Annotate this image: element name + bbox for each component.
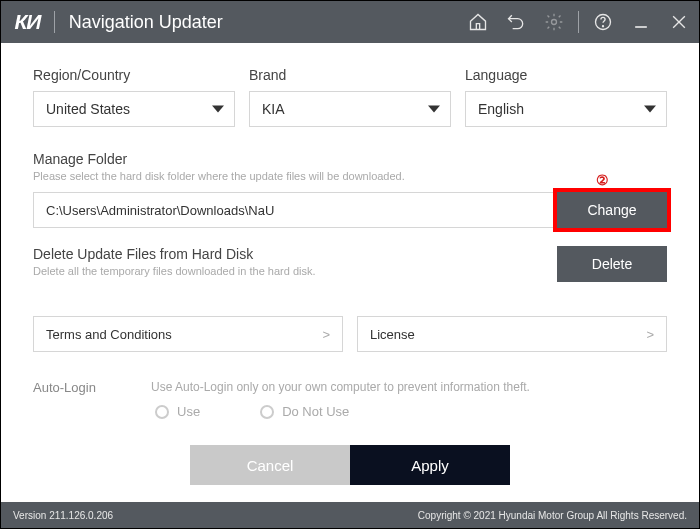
- language-select[interactable]: English: [465, 91, 667, 127]
- app-title: Navigation Updater: [69, 12, 223, 33]
- icons-separator: [578, 11, 579, 33]
- delete-button[interactable]: Delete: [557, 246, 667, 282]
- radio-use-label: Use: [177, 404, 200, 419]
- radio-icon: [155, 405, 169, 419]
- manage-folder-hint: Please select the hard disk folder where…: [33, 170, 667, 182]
- manage-folder-title: Manage Folder: [33, 151, 667, 167]
- folder-row: ② C:\Users\Administrator\Downloads\NaU C…: [33, 192, 667, 228]
- action-row: Cancel Apply: [33, 445, 667, 485]
- undo-icon[interactable]: [506, 12, 526, 32]
- top-dropdown-row: Region/Country United States Brand KIA L…: [33, 67, 667, 127]
- title-bar: КИ Navigation Updater: [1, 1, 699, 43]
- region-label: Region/Country: [33, 67, 235, 83]
- version-text: Version 211.126.0.206: [13, 510, 113, 521]
- svg-point-2: [603, 26, 604, 27]
- region-select[interactable]: United States: [33, 91, 235, 127]
- chevron-right-icon: >: [646, 327, 654, 342]
- radio-not-use-label: Do Not Use: [282, 404, 349, 419]
- content-area: Region/Country United States Brand KIA L…: [1, 43, 699, 502]
- chevron-down-icon: [212, 106, 224, 113]
- cancel-button[interactable]: Cancel: [190, 445, 350, 485]
- minimize-icon[interactable]: [631, 12, 651, 32]
- radio-do-not-use[interactable]: Do Not Use: [260, 404, 349, 419]
- language-label: Language: [465, 67, 667, 83]
- app-window: КИ Navigation Updater: [0, 0, 700, 529]
- license-link[interactable]: License >: [357, 316, 667, 352]
- apply-button[interactable]: Apply: [350, 445, 510, 485]
- callout-marker-2: ②: [596, 172, 609, 188]
- license-label: License: [370, 327, 415, 342]
- chevron-down-icon: [428, 106, 440, 113]
- title-separator: [54, 11, 55, 33]
- terms-link[interactable]: Terms and Conditions >: [33, 316, 343, 352]
- brand-field: Brand KIA: [249, 67, 451, 127]
- svg-point-0: [552, 20, 557, 25]
- copyright-text: Copyright © 2021 Hyundai Motor Group All…: [418, 510, 687, 521]
- brand-value: KIA: [262, 101, 285, 117]
- delete-hint: Delete all the temporary files downloade…: [33, 265, 557, 277]
- brand-select[interactable]: KIA: [249, 91, 451, 127]
- manage-folder-section: Manage Folder Please select the hard dis…: [33, 151, 667, 228]
- delete-title: Delete Update Files from Hard Disk: [33, 246, 557, 262]
- folder-path-value: C:\Users\Administrator\Downloads\NaU: [46, 203, 274, 218]
- chevron-down-icon: [644, 106, 656, 113]
- help-icon[interactable]: [593, 12, 613, 32]
- footer: Version 211.126.0.206 Copyright © 2021 H…: [1, 502, 699, 528]
- terms-label: Terms and Conditions: [46, 327, 172, 342]
- brand-logo: КИ: [14, 11, 40, 34]
- radio-icon: [260, 405, 274, 419]
- region-value: United States: [46, 101, 130, 117]
- auto-login-section: Auto-Login Use Auto-Login only on your o…: [33, 380, 667, 419]
- region-field: Region/Country United States: [33, 67, 235, 127]
- language-value: English: [478, 101, 524, 117]
- delete-section: Delete Update Files from Hard Disk Delet…: [33, 246, 667, 282]
- close-icon[interactable]: [669, 12, 689, 32]
- language-field: Language English: [465, 67, 667, 127]
- auto-login-hint: Use Auto-Login only on your own computer…: [151, 380, 667, 394]
- gear-icon[interactable]: [544, 12, 564, 32]
- auto-login-label: Auto-Login: [33, 380, 123, 395]
- home-icon[interactable]: [468, 12, 488, 32]
- auto-login-radios: Use Do Not Use: [155, 404, 667, 419]
- chevron-right-icon: >: [322, 327, 330, 342]
- brand-label: Brand: [249, 67, 451, 83]
- radio-use[interactable]: Use: [155, 404, 200, 419]
- links-row: Terms and Conditions > License >: [33, 316, 667, 352]
- title-icons: [468, 11, 689, 33]
- change-button[interactable]: Change: [557, 192, 667, 228]
- folder-path-input[interactable]: C:\Users\Administrator\Downloads\NaU: [33, 192, 557, 228]
